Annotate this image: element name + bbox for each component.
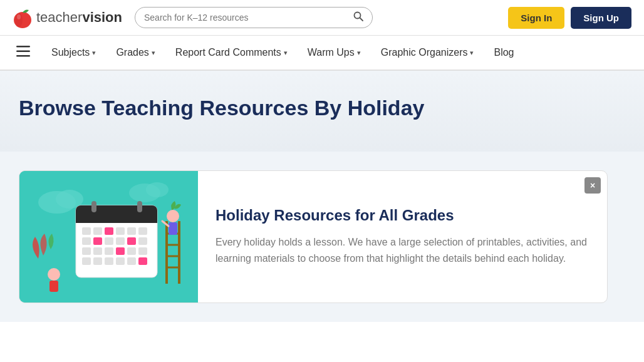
main-nav: Subjects ▾ Grades ▾ Report Card Comments… — [0, 36, 644, 71]
signin-button[interactable]: Sign In — [508, 7, 564, 29]
chevron-down-icon: ▾ — [470, 49, 474, 57]
apple-logo-icon — [13, 6, 33, 29]
nav-item-subjects[interactable]: Subjects ▾ — [43, 36, 105, 70]
search-bar[interactable] — [135, 7, 373, 28]
svg-rect-31 — [93, 247, 102, 255]
holiday-card: Holiday Resources for All Grades Every h… — [19, 170, 608, 303]
svg-rect-36 — [82, 257, 91, 265]
svg-rect-52 — [49, 281, 58, 292]
svg-rect-28 — [127, 237, 136, 245]
svg-rect-24 — [82, 237, 91, 245]
hero-section: Browse Teaching Resources By Holiday — [0, 71, 644, 152]
card-text-content: Holiday Resources for All Grades Every h… — [198, 171, 607, 303]
search-icon — [353, 11, 363, 21]
nav-label-warm-ups: Warm Ups — [308, 47, 355, 58]
chevron-down-icon: ▾ — [284, 49, 288, 57]
nav-label-subjects: Subjects — [51, 47, 90, 58]
nav-label-grades: Grades — [116, 47, 148, 58]
svg-point-48 — [167, 210, 179, 222]
search-input[interactable] — [144, 13, 348, 23]
chevron-down-icon: ▾ — [92, 49, 96, 57]
nav-item-report-card-comments[interactable]: Report Card Comments ▾ — [167, 36, 296, 70]
nav-item-grades[interactable]: Grades ▾ — [107, 36, 164, 70]
svg-point-51 — [48, 268, 60, 281]
svg-rect-5 — [16, 46, 30, 48]
search-button[interactable] — [353, 11, 363, 24]
card-close-button[interactable]: × — [584, 177, 601, 194]
svg-rect-37 — [93, 257, 102, 265]
svg-rect-18 — [82, 227, 91, 235]
svg-rect-33 — [116, 247, 125, 255]
svg-rect-30 — [82, 247, 91, 255]
nav-label-graphic-organizers: Graphic Organizers — [381, 47, 468, 58]
svg-rect-17 — [137, 201, 142, 212]
header-buttons: Sign In Sign Up — [508, 7, 631, 29]
nav-label-blog: Blog — [494, 47, 514, 58]
svg-rect-34 — [127, 247, 136, 255]
svg-rect-6 — [16, 50, 30, 52]
header: teachervision Sign In Sign Up — [0, 0, 644, 36]
svg-rect-39 — [116, 257, 125, 265]
hamburger-icon — [16, 46, 30, 57]
holiday-illustration — [19, 171, 198, 303]
svg-rect-22 — [127, 227, 136, 235]
logo[interactable]: teachervision — [13, 6, 122, 29]
svg-rect-7 — [16, 55, 30, 57]
nav-item-graphic-organizers[interactable]: Graphic Organizers ▾ — [372, 36, 483, 70]
svg-rect-32 — [105, 247, 113, 255]
nav-item-warm-ups[interactable]: Warm Ups ▾ — [299, 36, 370, 70]
svg-rect-29 — [138, 237, 147, 245]
signup-button[interactable]: Sign Up — [571, 7, 631, 29]
svg-rect-21 — [116, 227, 125, 235]
chevron-down-icon: ▾ — [357, 49, 361, 57]
card-description: Every holiday holds a lesson. We have a … — [216, 234, 588, 266]
svg-rect-27 — [116, 237, 125, 245]
svg-rect-19 — [93, 227, 102, 235]
svg-rect-20 — [105, 227, 113, 235]
svg-rect-26 — [105, 237, 113, 245]
svg-rect-40 — [127, 257, 136, 265]
nav-item-blog[interactable]: Blog — [485, 36, 522, 70]
logo-text: teachervision — [36, 9, 122, 26]
hamburger-menu-button[interactable] — [10, 37, 36, 69]
card-section: Holiday Resources for All Grades Every h… — [0, 152, 644, 322]
svg-point-2 — [17, 14, 21, 19]
svg-rect-38 — [105, 257, 113, 265]
nav-label-report-card-comments: Report Card Comments — [175, 47, 281, 58]
svg-line-4 — [360, 18, 363, 21]
card-title: Holiday Resources for All Grades — [216, 207, 588, 224]
svg-rect-25 — [93, 237, 102, 245]
svg-rect-49 — [169, 222, 177, 235]
svg-rect-35 — [138, 247, 147, 255]
svg-point-12 — [146, 182, 169, 197]
svg-rect-16 — [91, 201, 96, 212]
page-title: Browse Teaching Resources By Holiday — [19, 96, 625, 120]
svg-rect-41 — [138, 257, 147, 265]
svg-rect-15 — [76, 214, 157, 223]
svg-rect-23 — [138, 227, 147, 235]
card-image — [19, 171, 198, 303]
chevron-down-icon: ▾ — [152, 49, 155, 57]
